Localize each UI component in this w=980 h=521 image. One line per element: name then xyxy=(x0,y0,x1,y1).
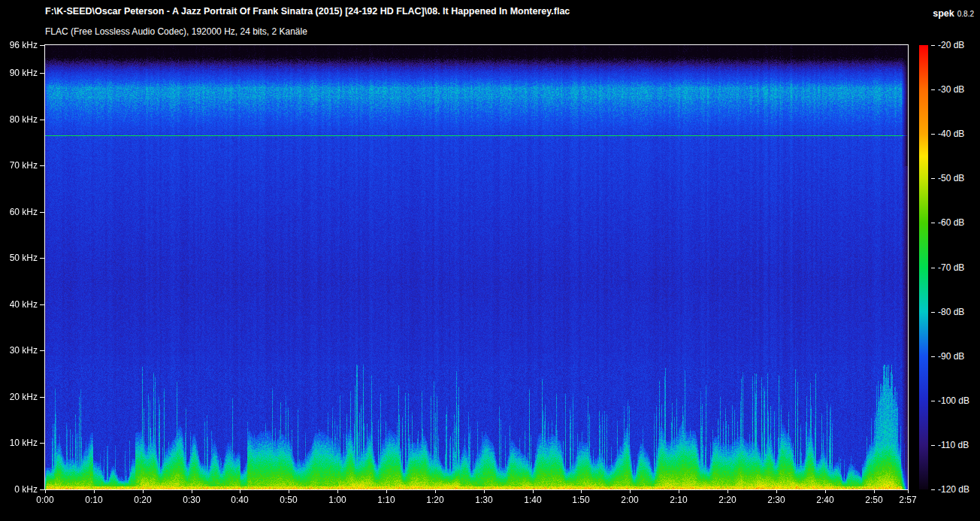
y-tick-label: 80 kHz xyxy=(0,114,38,126)
x-tick-label: 0:50 xyxy=(271,495,307,506)
db-tick xyxy=(931,178,935,179)
x-tick xyxy=(484,490,485,493)
y-tick-label: 90 kHz xyxy=(0,67,38,79)
y-tick-label: 40 kHz xyxy=(0,298,38,310)
app-brand: spek0.8.2 xyxy=(933,6,974,20)
db-tick xyxy=(931,45,935,46)
y-tick-label: 30 kHz xyxy=(0,344,38,356)
x-tick xyxy=(289,490,289,493)
x-tick-label: 0:30 xyxy=(174,495,210,506)
x-tick-label: 0:00 xyxy=(27,495,63,506)
x-tick xyxy=(240,490,240,493)
spectrogram-canvas xyxy=(45,45,908,489)
db-tick xyxy=(931,312,935,313)
x-tick-label: 2:40 xyxy=(807,495,843,506)
db-tick xyxy=(931,445,935,446)
db-tick-label: -60 dB xyxy=(938,217,964,229)
db-tick-label: -40 dB xyxy=(938,128,964,140)
x-tick-label: 2:10 xyxy=(661,495,697,506)
db-tick xyxy=(931,223,935,223)
db-tick xyxy=(931,489,935,490)
x-tick-label: 2:30 xyxy=(758,495,794,506)
x-tick xyxy=(908,490,909,493)
x-tick xyxy=(679,490,679,493)
x-tick-label: 1:50 xyxy=(563,495,599,506)
y-tick xyxy=(40,73,44,74)
x-tick xyxy=(337,490,338,493)
y-tick xyxy=(40,120,44,120)
x-tick xyxy=(825,490,826,493)
x-tick xyxy=(94,490,95,493)
x-tick xyxy=(776,490,777,493)
db-tick-label: -120 dB xyxy=(938,483,969,495)
db-tick-label: -100 dB xyxy=(938,395,969,407)
db-tick-label: -110 dB xyxy=(938,439,969,451)
x-tick xyxy=(45,490,46,493)
x-tick-label: 2:57 xyxy=(890,495,926,506)
x-tick-label: 1:30 xyxy=(466,495,502,506)
y-tick-label: 20 kHz xyxy=(0,391,38,403)
x-tick xyxy=(435,490,436,493)
y-tick xyxy=(40,45,44,46)
db-tick xyxy=(931,268,935,268)
x-tick xyxy=(386,490,387,493)
y-tick xyxy=(40,443,44,444)
x-tick xyxy=(533,490,534,493)
x-tick-label: 1:20 xyxy=(417,495,453,506)
db-tick-label: -50 dB xyxy=(938,172,964,184)
db-tick xyxy=(931,401,935,401)
db-tick xyxy=(931,89,935,90)
x-tick-label: 0:20 xyxy=(125,495,161,506)
y-tick xyxy=(40,165,44,166)
db-tick xyxy=(931,134,935,135)
x-tick-label: 0:10 xyxy=(76,495,112,506)
app-version-label: 0.8.2 xyxy=(957,10,974,18)
db-tick-label: -30 dB xyxy=(938,83,964,95)
x-tick xyxy=(727,490,728,493)
spectrogram-frame xyxy=(44,44,909,490)
app-name-label: spek xyxy=(933,8,954,19)
y-tick xyxy=(40,212,44,213)
x-tick-label: 0:40 xyxy=(222,495,258,506)
y-tick-label: 50 kHz xyxy=(0,252,38,264)
db-tick-label: -90 dB xyxy=(938,350,964,362)
db-tick-label: -80 dB xyxy=(938,306,964,318)
x-tick xyxy=(630,490,631,493)
db-tick-label: -70 dB xyxy=(938,262,964,274)
y-tick xyxy=(40,350,44,351)
x-tick xyxy=(192,490,192,493)
x-tick-label: 2:20 xyxy=(709,495,746,506)
file-path-title: F:\K-SEED\Oscar Peterson - A Jazz Portra… xyxy=(45,6,570,17)
db-colorbar xyxy=(919,45,928,489)
y-tick xyxy=(40,304,44,305)
y-tick xyxy=(40,397,44,398)
x-tick xyxy=(581,490,582,493)
y-tick xyxy=(40,489,44,490)
x-tick-label: 1:00 xyxy=(319,495,355,506)
x-tick-label: 2:50 xyxy=(856,495,892,506)
y-tick xyxy=(40,258,44,259)
x-tick-label: 2:00 xyxy=(612,495,648,506)
x-tick xyxy=(143,490,144,493)
spek-app-window: F:\K-SEED\Oscar Peterson - A Jazz Portra… xyxy=(0,0,980,521)
y-tick-label: 0 kHz xyxy=(0,483,38,495)
x-tick xyxy=(874,490,875,493)
y-tick-label: 60 kHz xyxy=(0,206,38,218)
y-tick-label: 10 kHz xyxy=(0,437,38,449)
db-tick-label: -20 dB xyxy=(938,39,964,51)
db-tick xyxy=(931,356,935,357)
audio-format-info: FLAC (Free Lossless Audio Codec), 192000… xyxy=(45,26,307,37)
y-tick-label: 70 kHz xyxy=(0,159,38,171)
x-tick-label: 1:40 xyxy=(515,495,551,506)
x-tick-label: 1:10 xyxy=(368,495,404,506)
y-tick-label: 96 kHz xyxy=(0,39,38,51)
